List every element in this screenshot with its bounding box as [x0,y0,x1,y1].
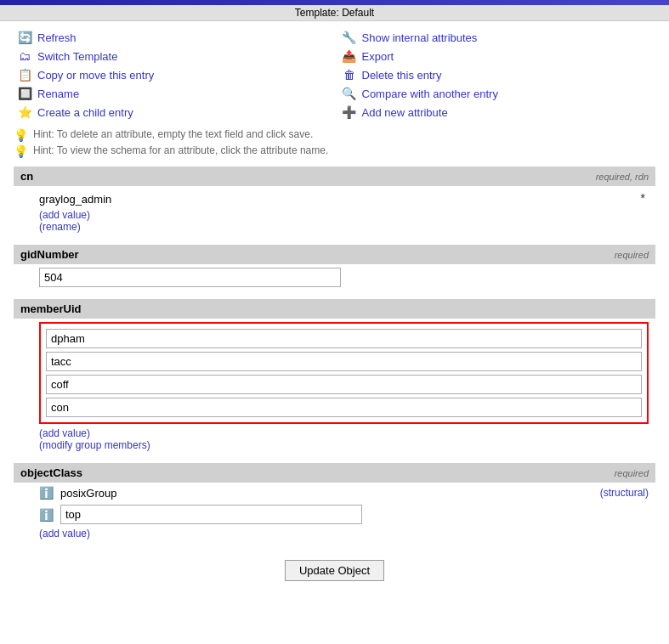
update-button[interactable]: Update Object [285,560,384,581]
cn-value: graylog_admin [39,191,111,207]
section-cn-header: cn required, rdn [14,167,655,186]
update-btn-row: Update Object [14,560,655,581]
section-memberuid-header: memberUid [14,299,655,319]
memberuid-add-value-link[interactable]: (add value) [39,427,90,439]
objectclass-links: (add value) [14,528,655,543]
action-show-internal[interactable]: 🔧 Show internal attributes [338,28,656,47]
objectclass-row-1: ℹ️ [14,501,655,528]
memberuid-input-0[interactable] [46,329,642,348]
action-switch-template-label: Switch Template [37,50,117,63]
memberuid-input-3[interactable] [46,398,642,417]
action-copy-move-label: Copy or move this entry [37,69,154,82]
compare-icon: 🔍 [342,86,357,101]
action-refresh-label: Refresh [37,31,77,44]
create-child-icon: ⭐ [17,105,32,120]
memberuid-links: (add value) (modify group members) [14,427,655,455]
template-bar: Template: Default [0,5,669,21]
action-switch-template[interactable]: 🗂 Switch Template [14,47,332,65]
memberuid-input-2[interactable] [46,375,642,394]
action-export-label: Export [362,50,394,63]
actions-left: 🔄 Refresh 🗂 Switch Template 📋 Copy or mo… [14,28,332,121]
objectclass-add-value-link[interactable]: (add value) [39,528,90,539]
template-label: Template: Default [295,7,374,19]
section-cn-label[interactable]: cn [20,170,33,183]
memberuid-fields-container [39,322,649,424]
action-rename[interactable]: 🔲 Rename [14,84,332,103]
hint-1: 💡 Hint: To delete an attribute, empty th… [14,128,655,142]
section-gidnumber-required: required [615,250,649,260]
objectclass-value-0: posixGroup [60,487,116,500]
section-objectclass-required: required [615,468,649,478]
action-rename-label: Rename [37,88,79,100]
action-create-child[interactable]: ⭐ Create a child entry [14,103,332,121]
section-objectclass-label[interactable]: objectClass [20,466,82,479]
action-create-child-label: Create a child entry [37,106,133,119]
objectclass-info-icon-0: ℹ️ [39,486,54,500]
export-icon: 📤 [342,48,357,64]
hint-icon-1: 💡 [14,128,28,142]
section-objectclass-header: objectClass required [14,463,655,483]
objectclass-info-icon-1: ℹ️ [39,508,54,522]
delete-icon: 🗑 [342,67,357,82]
gidnumber-field-row [14,264,655,291]
main-content: 🔄 Refresh 🗂 Switch Template 📋 Copy or mo… [0,21,669,596]
section-gidnumber-header: gidNumber required [14,245,655,264]
actions-right: 🔧 Show internal attributes 📤 Export 🗑 De… [338,28,656,121]
memberuid-modify-link[interactable]: (modify group members) [39,439,150,451]
add-attr-icon: ➕ [342,105,357,120]
action-delete[interactable]: 🗑 Delete this entry [338,65,656,84]
rename-icon: 🔲 [17,86,32,101]
objectclass-row-0: ℹ️ posixGroup (structural) [14,483,655,501]
section-memberuid-label[interactable]: memberUid [20,302,82,315]
cn-rename-link[interactable]: (rename) [39,221,81,233]
action-show-internal-label: Show internal attributes [362,31,478,44]
refresh-icon: 🔄 [17,30,32,45]
switch-template-icon: 🗂 [17,48,32,64]
action-add-attr[interactable]: ➕ Add new attribute [338,103,656,121]
action-export[interactable]: 📤 Export [338,47,656,65]
section-gidnumber-label[interactable]: gidNumber [20,248,79,261]
action-delete-label: Delete this entry [362,69,442,82]
cn-add-value-link[interactable]: (add value) [39,209,90,221]
hint-icon-2: 💡 [14,144,28,158]
hint-2: 💡 Hint: To view the schema for an attrib… [14,144,655,158]
structural-link[interactable]: (structural) [600,487,649,499]
action-add-attr-label: Add new attribute [362,106,448,119]
copy-move-icon: 📋 [17,67,32,82]
gidnumber-input[interactable] [39,268,341,287]
show-internal-icon: 🔧 [342,30,357,45]
objectclass-input-1[interactable] [60,505,362,524]
cn-asterisk: * [641,191,649,205]
action-compare[interactable]: 🔍 Compare with another entry [338,84,656,103]
actions-grid: 🔄 Refresh 🗂 Switch Template 📋 Copy or mo… [14,28,655,121]
action-copy-move[interactable]: 📋 Copy or move this entry [14,65,332,84]
cn-links: (add value) (rename) [14,209,655,236]
action-refresh[interactable]: 🔄 Refresh [14,28,332,47]
hint-text-1: Hint: To delete an attribute, empty the … [33,128,313,140]
action-compare-label: Compare with another entry [362,88,498,100]
section-cn-required: required, rdn [596,172,649,182]
memberuid-input-1[interactable] [46,352,642,371]
hint-text-2: Hint: To view the schema for an attribut… [33,144,328,156]
